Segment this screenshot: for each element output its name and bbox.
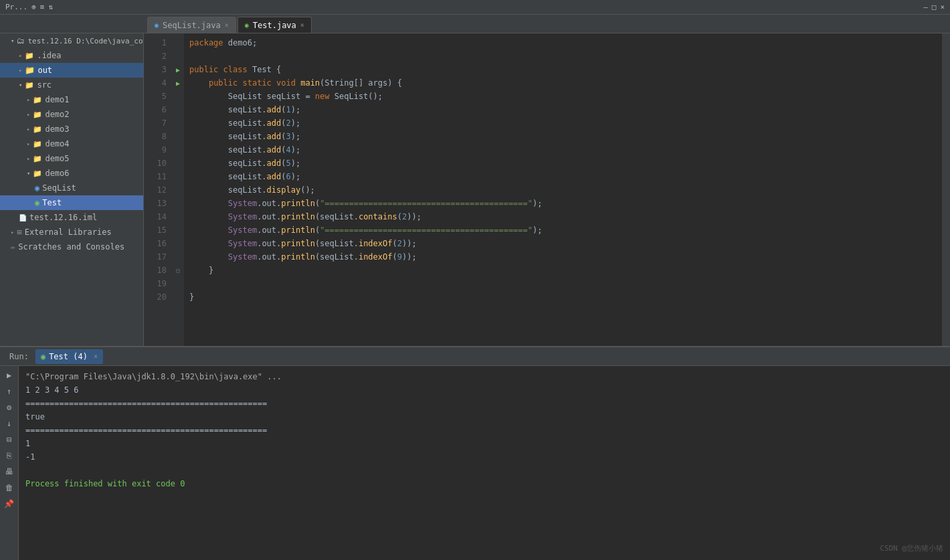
scratches-label: Scratches and Consoles <box>18 242 124 252</box>
seq-icon: ◉ <box>155 21 159 29</box>
line-numbers: 1 2 3 4 5 6 7 8 9 10 11 12 13 14 15 16 1… <box>144 33 172 346</box>
scroll-down-button[interactable]: ↓ <box>3 417 16 430</box>
add-icon[interactable]: ⊕ <box>31 3 36 11</box>
demo6-chevron-icon: ▾ <box>27 170 30 177</box>
demo6-label: demo6 <box>45 169 69 178</box>
code-line-19 <box>189 277 937 290</box>
sidebar-item-demo1[interactable]: ▸ 📁 demo1 <box>0 92 143 107</box>
code-line-11: seqList.add(6); <box>189 170 937 183</box>
code-line-7: seqList.add(2); <box>189 116 937 130</box>
sidebar-item-src[interactable]: ▾ 📁 src <box>0 78 143 92</box>
fold-gutter-18[interactable]: ⊟ <box>172 264 184 277</box>
sidebar-item-demo4[interactable]: ▸ 📁 demo4 <box>0 136 143 151</box>
code-line-8: seqList.add(3); <box>189 130 937 143</box>
tab-test-close[interactable]: × <box>300 21 304 29</box>
run-gutter-3[interactable]: ▶ <box>172 63 184 76</box>
run-label: Run: <box>5 351 33 363</box>
sidebar-item-demo5[interactable]: ▸ 📁 demo5 <box>0 151 143 166</box>
clear-button[interactable]: 🗑 <box>3 481 16 494</box>
sidebar-item-scratches[interactable]: ✏ Scratches and Consoles <box>0 240 143 254</box>
code-line-20: } <box>189 290 937 304</box>
iml-label: test.12.16.iml <box>29 213 97 222</box>
src-chevron-icon: ▾ <box>19 82 22 88</box>
console-line-empty <box>25 464 943 477</box>
sidebar-item-seqlist[interactable]: ◉ SeqList <box>0 181 143 195</box>
tab-test[interactable]: ◉ Test.java × <box>238 17 312 33</box>
demo2-label: demo2 <box>45 110 69 119</box>
iml-file-icon: 📄 <box>19 214 27 221</box>
tab-seqlist-close[interactable]: × <box>225 21 229 29</box>
bottom-panel: Run: ◉ Test (4) × ▶ ↑ ⚙ ↓ ⊟ ⎘ 🖶 🗑 📌 "C:\… <box>0 346 950 560</box>
sidebar-project-label: test.12.16 D:\Code\java_co <box>27 37 142 45</box>
nav-icon[interactable]: ⇅ <box>48 3 53 11</box>
idea-folder-icon: 📁 <box>25 52 34 60</box>
sidebar-item-iml[interactable]: 📄 test.12.16.iml <box>0 210 143 225</box>
code-line-14: System.out.println(seqList.contains(2)); <box>189 210 937 223</box>
tab-seqlist-label: SeqList.java <box>163 21 221 30</box>
demo4-label: demo4 <box>45 139 69 149</box>
demo5-label: demo5 <box>45 154 69 163</box>
gutter: ▶ ▶ ⊟ <box>172 33 184 346</box>
console-line-true: true <box>25 410 943 424</box>
demo5-chevron-icon: ▸ <box>27 155 30 162</box>
bottom-tab-close-icon[interactable]: × <box>94 353 98 360</box>
rerun-button[interactable]: ▶ <box>3 369 16 382</box>
test-run-icon: ◉ <box>41 352 45 361</box>
tab-seqlist[interactable]: ◉ SeqList.java × <box>147 17 236 33</box>
out-chevron-icon: ▸ <box>19 67 22 74</box>
code-line-13: System.out.println("====================… <box>189 197 937 210</box>
code-line-1: package demo6; <box>189 36 937 50</box>
sidebar-item-idea[interactable]: ▸ 📁 .idea <box>0 48 143 63</box>
menu-icon[interactable]: ≡ <box>40 3 45 11</box>
sidebar-item-project[interactable]: ▾ 🗂 test.12.16 D:\Code\java_co <box>0 33 143 48</box>
code-line-17: System.out.println(seqList.indexOf(9)); <box>189 250 937 264</box>
code-line-6: seqList.add(1); <box>189 103 937 116</box>
demo2-chevron-icon: ▸ <box>27 111 30 118</box>
project-label[interactable]: Pr... <box>5 3 27 11</box>
maximize-btn[interactable]: □ <box>932 3 937 11</box>
sidebar-item-external-libs[interactable]: ▸ ⊞ External Libraries <box>0 225 143 240</box>
bottom-tab-bar: Run: ◉ Test (4) × <box>0 347 950 366</box>
out-folder-icon: 📁 <box>25 66 35 75</box>
code-line-16: System.out.println(seqList.indexOf(2)); <box>189 237 937 250</box>
bottom-tab-test[interactable]: ◉ Test (4) × <box>35 349 103 364</box>
code-editor[interactable]: package demo6; public class Test { publi… <box>184 33 942 346</box>
copy-button[interactable]: ⎘ <box>3 449 16 462</box>
code-line-3: public class Test { <box>189 63 937 76</box>
sidebar-item-demo2[interactable]: ▸ 📁 demo2 <box>0 107 143 122</box>
console-line-minus1: -1 <box>25 450 943 464</box>
sidebar-item-out[interactable]: ▸ 📁 out <box>0 63 143 78</box>
src-folder-icon: 📁 <box>25 81 34 90</box>
project-folder-icon: 🗂 <box>17 36 25 45</box>
top-bar: Pr... ⊕ ≡ ⇅ — □ × <box>0 0 950 15</box>
code-line-4: public static void main(String[] args) { <box>189 76 937 90</box>
close-btn[interactable]: × <box>940 3 945 11</box>
settings-button[interactable]: ⚙ <box>3 401 16 414</box>
demo4-folder-icon: 📁 <box>33 140 42 149</box>
pin-button[interactable]: 📌 <box>3 497 16 510</box>
sidebar-item-test[interactable]: ◉ Test <box>0 195 143 210</box>
print-button[interactable]: 🖶 <box>3 465 16 478</box>
code-line-18: } <box>189 264 937 277</box>
demo3-label: demo3 <box>45 124 69 134</box>
fold-all-button[interactable]: ⊟ <box>3 433 16 446</box>
console-line-1: 1 <box>25 437 943 450</box>
ext-libs-chevron-icon: ▸ <box>11 229 14 236</box>
demo4-chevron-icon: ▸ <box>27 141 30 147</box>
ext-libs-icon: ⊞ <box>17 227 21 237</box>
code-line-10: seqList.add(5); <box>189 157 937 170</box>
sidebar-item-demo6[interactable]: ▾ 📁 demo6 <box>0 166 143 181</box>
out-label: out <box>37 66 52 75</box>
demo1-label: demo1 <box>45 95 69 104</box>
scroll-up-button[interactable]: ↑ <box>3 385 16 398</box>
bottom-toolbar: ▶ ↑ ⚙ ↓ ⊟ ⎘ 🖶 🗑 📌 <box>0 366 19 560</box>
minimize-btn[interactable]: — <box>923 3 928 11</box>
code-line-2 <box>189 50 937 63</box>
sidebar: ▾ 🗂 test.12.16 D:\Code\java_co ▸ 📁 .idea… <box>0 33 144 346</box>
sidebar-item-demo3[interactable]: ▸ 📁 demo3 <box>0 122 143 136</box>
demo1-folder-icon: 📁 <box>33 96 42 104</box>
run-gutter-4[interactable]: ▶ <box>172 76 184 90</box>
console-line-exit: Process finished with exit code 0 <box>25 477 943 490</box>
code-line-9: seqList.add(4); <box>189 143 937 157</box>
chevron-right-icon: ▸ <box>19 52 22 59</box>
